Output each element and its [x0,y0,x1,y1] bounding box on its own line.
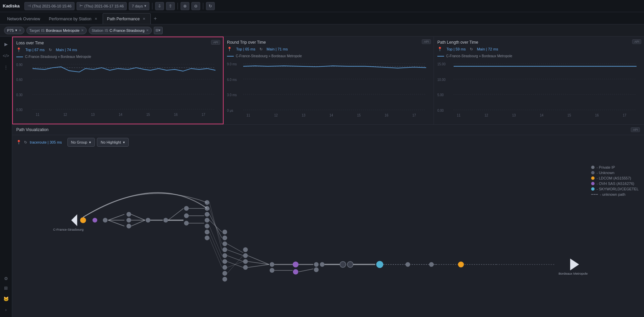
traceroute-link[interactable]: traceroute | 305 ms [30,140,62,144]
rtt-main-link[interactable]: Main | 71 ms [267,47,288,51]
clusterA-7[interactable] [205,235,209,240]
purple-node-1[interactable] [293,261,298,267]
svg-text:15: 15 [146,113,150,117]
clusterA-4[interactable] [205,218,209,223]
upload-btn[interactable]: ⇧ [166,2,175,10]
col4-node-1[interactable] [184,206,189,211]
no-highlight-dropdown[interactable]: No Highlight ▾ [97,138,129,147]
dest-orange-node[interactable] [458,261,464,267]
zoom-in-btn[interactable]: ⊕ [181,2,189,10]
filter-station-remove[interactable]: ✕ [146,28,149,32]
path-length-api-badge[interactable]: API [632,39,641,44]
path-length-top-link[interactable]: Top | 59 ms [446,47,466,51]
clusterB-7[interactable] [223,265,227,270]
clusterB-6[interactable] [223,259,227,264]
filter-station[interactable]: Station IS C-France-Strasbourg ✕ [89,27,152,34]
calendar-icon-2: ⊢ [80,4,83,8]
rtt-top-link[interactable]: Top | 65 ms [236,47,255,51]
filter-options-btn[interactable]: ⊟ ▾ [154,27,163,34]
clusterB-2[interactable] [223,235,227,240]
tab-network-overview[interactable]: Network Overview [3,13,44,24]
filter-percentile-remove[interactable]: ✕ [19,28,21,32]
sidebar-settings-icon[interactable]: ⚙ [1,274,11,283]
colD-node-2[interactable] [270,268,274,273]
clusterB-9[interactable] [223,277,227,281]
refresh-btn[interactable]: ↻ [206,2,215,10]
clusterC-2[interactable] [243,253,248,258]
date-range-start-btn[interactable]: ⊣ (Thu) 2021-06-10 15:46 [24,2,75,10]
purple-node-2[interactable] [293,269,298,275]
path-length-chart-svg: 15.00 10.00 5.00 0.00 11 12 13 14 15 16 … [437,59,641,121]
col1-node-3[interactable] [126,224,131,229]
filter-percentile[interactable]: P75 ▾ ✕ [4,27,24,34]
clusterC-1[interactable] [243,247,248,252]
dest-triangle[interactable] [570,258,579,270]
loss-main-link[interactable]: Main | 74 ms [56,48,77,52]
sidebar-code-icon[interactable]: </> [1,51,11,60]
zoom-out-btn[interactable]: ⊖ [191,2,200,10]
sidebar-cat-icon[interactable]: 🐱 [1,294,11,303]
col1-node-1[interactable] [126,212,131,217]
col3-node[interactable] [163,218,168,223]
svg-line-56 [168,208,183,220]
filter-target-operator: IS [41,28,44,33]
rtt-api-badge[interactable]: API [422,39,431,44]
download-btn[interactable]: ⇩ [155,2,164,10]
tab-add-btn[interactable]: + [151,14,160,23]
dark-gray-node-2[interactable] [347,261,353,267]
source-gray-node[interactable] [103,218,108,223]
tab-bar: Network Overview Performance by Station … [0,12,644,24]
source-purple-node[interactable] [92,218,97,223]
path-viz-api-badge[interactable]: API [631,127,640,132]
clusterE-1[interactable] [314,262,319,267]
clusterA-1[interactable] [205,200,209,205]
clusterB-1[interactable] [223,230,227,234]
sidebar-play-icon[interactable]: ▶ [1,39,11,49]
svg-text:14: 14 [540,113,543,117]
clusterA-5[interactable] [205,224,209,229]
date-range-end-btn[interactable]: ⊢ (Thu) 2021-06-17 15:46 [77,2,127,10]
clusterE-2[interactable] [314,268,319,272]
svg-text:15.00: 15.00 [437,62,445,66]
colD-node[interactable] [270,262,274,267]
loss-top-link[interactable]: Top | 67 ms [25,48,45,52]
clusterC-4[interactable] [243,265,248,270]
clusterB-5[interactable] [223,253,227,258]
clusterB-4[interactable] [223,247,227,252]
col4-node-2[interactable] [184,213,189,218]
rtt-top-stat: Top | 65 ms [236,47,255,51]
col4-node-3[interactable] [184,221,189,226]
loss-api-badge[interactable]: API [211,40,220,45]
sidebar-network-icon[interactable]: ⋮ [1,62,11,72]
tab-path-performance[interactable]: Path Performance ✕ [103,13,151,24]
source-orange-node[interactable] [80,217,86,223]
rtt-chart-panel: API Round Trip over Time 📍 Top | 65 ms ↻… [224,37,434,124]
filter-target-remove[interactable]: ✕ [81,28,84,32]
clusterC-3[interactable] [243,259,248,264]
tab-performance-by-station[interactable]: Performance by Station ✕ [44,13,102,24]
tab-path-close-btn[interactable]: ✕ [142,17,146,21]
path-length-main-link[interactable]: Main | 72 ms [477,47,498,51]
post-blue-gray-1[interactable] [406,262,410,267]
sidebar-chevron-down-icon[interactable]: › [1,305,11,314]
clusterA-3[interactable] [205,212,209,217]
main-content: ▶ </> ⋮ ⚙ ⊞ 🐱 › API Loss over Time 📍 Top… [0,37,644,317]
dark-gray-node-1[interactable] [340,261,346,267]
filter-percentile-value: P75 [7,28,14,33]
blue-node[interactable] [376,261,383,268]
no-group-dropdown[interactable]: No Group ▾ [67,138,95,147]
clusterA-6[interactable] [205,230,209,234]
loss-chart-legend: C-France-Strasbourg » Bordeaux Metropole [16,55,220,59]
zoom-in-icon: ⊕ [183,4,187,8]
clusterB-8[interactable] [223,271,227,276]
clusterB-3[interactable] [223,241,227,246]
col2-node[interactable] [146,218,150,223]
source-triangle[interactable] [71,214,77,226]
filter-target[interactable]: Target IS Bordeaux Metropole ✕ [26,27,87,34]
col1-node-2[interactable] [126,218,131,223]
time-range-btn[interactable]: 7 days ▾ [129,2,149,10]
clusterE-3[interactable] [320,262,325,267]
tab-performance-close-btn[interactable]: ✕ [94,17,98,21]
sidebar-table-icon[interactable]: ⊞ [1,283,11,293]
post-blue-gray-2[interactable] [429,262,434,267]
